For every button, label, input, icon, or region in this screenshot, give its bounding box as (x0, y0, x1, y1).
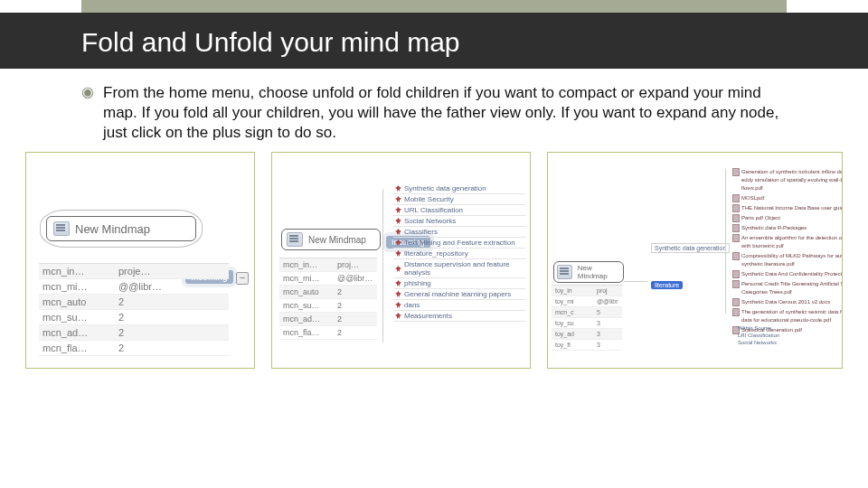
cell-key: mcn_su… (39, 310, 115, 324)
attribute-table: toy_inprojtoy_mi@@librmcn_c5toy_su3toy_a… (552, 285, 622, 351)
top-rule (81, 0, 787, 13)
cell-key: toy_fl (552, 340, 593, 350)
list-item[interactable]: LRI Classification (738, 332, 779, 339)
table-row: mcn_in…proje… (39, 264, 229, 279)
topic-node[interactable]: Social Networks (393, 216, 525, 227)
topic-node[interactable]: literature_repository (393, 249, 525, 259)
pin-icon (395, 280, 401, 286)
mindmap-label: New Mindmap (578, 264, 620, 280)
literature-badge[interactable]: literature (651, 281, 683, 289)
topic-node[interactable]: Synthetic data generation (393, 183, 525, 194)
document-label: The generation of synthetic seismic data… (741, 308, 843, 324)
table-row: toy_ad3 (552, 329, 622, 340)
table-row: mcn_ad…2 (279, 313, 377, 326)
document-label: Synthetic Data Census 2011 v2.docx (741, 298, 830, 306)
cell-key: mcn_in… (279, 258, 334, 271)
document-node[interactable]: Synthetic Data And Confidentiality Prote… (732, 269, 843, 279)
mindmap-icon (557, 265, 572, 279)
mindmap-root-node[interactable]: New Mindmap (281, 229, 381, 250)
pin-icon (395, 250, 401, 257)
cell-key: mcn_su… (279, 299, 334, 312)
document-node[interactable]: An ensemble algorithm for the detection … (732, 233, 843, 251)
document-node[interactable]: Compressibility of MLKD Pathways for aut… (732, 251, 843, 269)
cell-val: @@libr (593, 296, 622, 306)
mindmap-icon (287, 232, 303, 247)
cell-key: mcn_ad… (279, 313, 334, 325)
cell-val: 3 (593, 329, 622, 339)
table-row: mcn_auto2 (279, 286, 377, 299)
document-label: Generation of synthetic turbulent inflow… (741, 168, 843, 192)
cell-key: mcn_mi… (279, 272, 334, 285)
attribute-table: mcn_in…proje…mcn_mi…@@libr…mcn_auto2mcn_… (39, 263, 229, 356)
page-title: Fold and Unfold your mind map (81, 27, 868, 58)
topic-label: literature_repository (404, 249, 468, 258)
topic-label: Social Networks (404, 217, 456, 225)
pin-icon (395, 302, 401, 308)
document-node[interactable]: The generation of synthetic seismic data… (732, 307, 843, 325)
cell-val: 3 (593, 318, 622, 328)
pin-icon (395, 196, 401, 202)
cell-val: @@libr… (334, 272, 377, 285)
collapse-button[interactable]: – (236, 272, 249, 285)
topic-node[interactable]: General machine learning papers (393, 289, 525, 300)
document-label: Compressibility of MLKD Pathways for aut… (741, 252, 843, 268)
list-item[interactable]: Within Source (738, 324, 779, 332)
document-label: MOSLpdf (741, 194, 764, 202)
topic-node[interactable]: Mobile Security (393, 194, 525, 205)
table-row: mcn_su…2 (279, 299, 377, 313)
cell-val: 2 (115, 325, 229, 340)
topic-label: dans (404, 301, 420, 309)
cell-key: toy_in (552, 286, 593, 296)
table-row: toy_su3 (552, 318, 622, 329)
cell-val: 2 (334, 299, 377, 312)
pin-icon (395, 185, 401, 192)
document-label: An ensemble algorithm for the detection … (741, 234, 843, 250)
topic-label: Text Mining and Feature extraction (404, 239, 515, 247)
topic-label: URL Classification (404, 206, 463, 214)
cell-val: proj… (334, 258, 377, 271)
topic-node[interactable]: Classifiers (393, 227, 525, 238)
table-row: mcn_in…proj… (279, 258, 377, 272)
document-node[interactable]: MOSLpdf (732, 193, 843, 203)
table-row: mcn_c5 (552, 307, 622, 318)
cell-val: proj (593, 286, 622, 296)
topic-node[interactable]: URL Classification (393, 205, 525, 216)
topic-node[interactable]: Measurements (393, 311, 525, 322)
cell-key: toy_mi (552, 296, 593, 306)
document-node[interactable]: Synthetic data R-Packages (732, 223, 843, 233)
topic-node[interactable]: Text Mining and Feature extraction (393, 238, 525, 249)
panel-topics: New Mindmap Incoming mcn_in…proj…mcn_mi…… (271, 152, 531, 369)
mindmap-root-node[interactable]: New Mindmap (553, 261, 624, 283)
pin-icon (395, 229, 401, 235)
mindmap-root-node[interactable]: New Mindmap (46, 216, 196, 241)
tree-connector (725, 169, 726, 314)
document-label: Synthetic Data And Confidentiality Prote… (741, 270, 843, 278)
cell-val: 2 (115, 341, 229, 355)
cell-key: mcn_auto (39, 295, 115, 309)
table-row: mcn_su…2 (39, 310, 229, 325)
bullet-row: ◉ From the home menu, choose unfold or f… (81, 83, 787, 143)
cell-key: toy_ad (552, 329, 593, 339)
cell-key: mcn_c (552, 307, 593, 317)
pin-icon (395, 239, 401, 246)
document-label: THE National Income Data Base user guide… (741, 204, 843, 212)
document-node[interactable]: THE National Income Data Base user guide… (732, 203, 843, 213)
table-row: mcn_fla…2 (279, 326, 377, 340)
topic-node[interactable]: dans (393, 300, 525, 311)
topic-node[interactable]: phishing (393, 278, 525, 289)
topic-node[interactable]: Distance supervision and feature analysi… (393, 259, 525, 278)
panels: New Mindmap Incoming – mcn_in…proje…mcn_… (0, 152, 868, 369)
document-node[interactable]: Personal Credit Title Generating Artific… (732, 279, 843, 297)
document-node[interactable]: Parts pdf Object (732, 213, 843, 223)
title-bar: Fold and Unfold your mind map (0, 13, 868, 69)
topic-label: Synthetic data generation (404, 184, 486, 192)
topic-label: phishing (404, 279, 431, 287)
document-node[interactable]: Generation of synthetic turbulent inflow… (732, 167, 843, 193)
table-row: mcn_mi…@@libr… (279, 272, 377, 286)
document-node[interactable]: Synthetic Data Census 2011 v2.docx (732, 297, 843, 307)
synthetic-node[interactable]: Synthetic data generation (651, 243, 730, 253)
document-label: Synthetic data R-Packages (741, 224, 807, 232)
list-item[interactable]: Social Networks (738, 339, 779, 346)
mindmap-icon (53, 221, 70, 236)
cell-key: mcn_fla… (39, 341, 115, 355)
